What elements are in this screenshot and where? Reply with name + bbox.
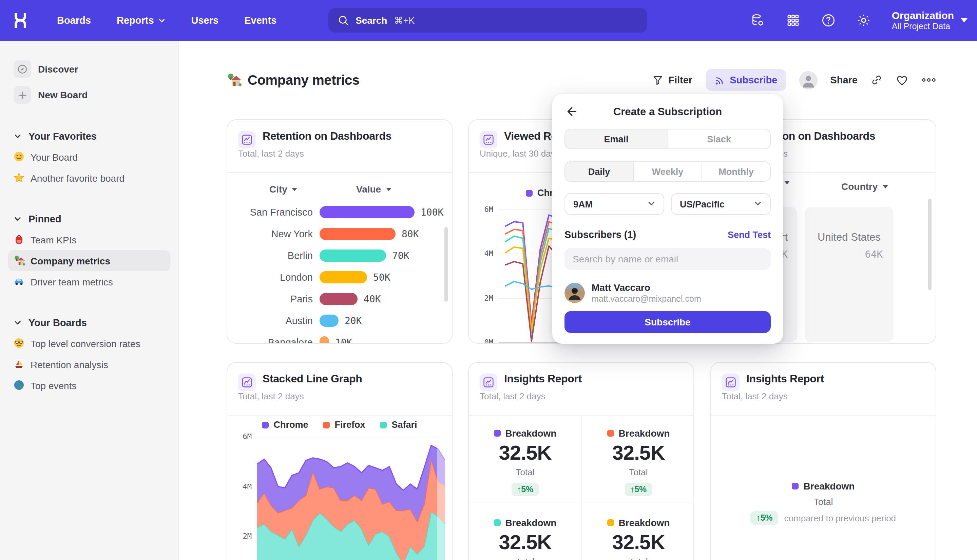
sidebar-item-team-kpis[interactable]: Team KPIs — [8, 229, 170, 250]
metric-caption: Total — [711, 497, 935, 507]
bar[interactable] — [319, 315, 339, 327]
subscribe-button[interactable]: Subscribe — [705, 69, 786, 91]
card-stacked-line-graph: Stacked Line Graph Total, last 2 days Ch… — [227, 362, 453, 560]
car-emoji — [13, 276, 25, 287]
apps-grid-icon[interactable] — [786, 13, 801, 28]
settings-icon[interactable] — [857, 13, 872, 28]
card-retention-on-dashboards: Retention on Dashboards Total, last 2 da… — [227, 119, 453, 344]
backpack-emoji — [13, 234, 25, 245]
filter-button[interactable]: Filter — [652, 74, 692, 86]
country-tile-united-states[interactable]: United States 64K — [805, 207, 893, 342]
tab-email[interactable]: Email — [565, 130, 667, 148]
sidebar-item-top-events[interactable]: Top events — [8, 375, 170, 396]
card-subtitle: Total, last 2 days — [238, 148, 441, 158]
sidebar: Discover New Board Your FavoritesYour Bo… — [0, 41, 179, 560]
card-title: Stacked Line Graph — [262, 373, 441, 385]
scrollbar-thumb[interactable] — [444, 227, 448, 302]
sidebar-item-company-metrics[interactable]: Company metrics — [8, 250, 170, 271]
metric-tile-3[interactable]: Breakdown32.5KTotal↑5% — [469, 517, 581, 560]
primary-nav-links: BoardsReportsUsersEvents — [57, 15, 277, 26]
favorite-heart-icon[interactable] — [895, 73, 909, 87]
delta-badge: ↑5% — [751, 511, 778, 525]
bar[interactable] — [319, 206, 414, 218]
metric-caption: Total — [582, 467, 694, 477]
nav-link-reports[interactable]: Reports — [117, 15, 165, 26]
send-test-link[interactable]: Send Test — [728, 230, 771, 240]
metric-value: 32.5K — [469, 442, 581, 464]
subscribers-row: Subscribers (1) Send Test — [564, 229, 771, 240]
bar-row-bangalore: Bangalore10K — [227, 332, 452, 344]
sidebar-section-pinned: PinnedTeam KPIsCompany metricsDriver tea… — [8, 209, 170, 292]
nav-link-boards[interactable]: Boards — [57, 15, 91, 26]
sidebar-item-another-favorite-board[interactable]: Another favorite board — [8, 167, 170, 188]
sidebar-item-top-level-conversion-rates[interactable]: Top level conversion rates — [8, 333, 170, 354]
delta-note: compared to previous period — [784, 513, 896, 523]
modal-subscribe-button[interactable]: Subscribe — [564, 311, 771, 333]
delta-badge: ↑5% — [625, 483, 652, 496]
subscriber-search-field[interactable] — [573, 253, 763, 264]
sort-arrow-icon — [292, 187, 297, 191]
timezone-select[interactable]: US/Pacific — [671, 193, 771, 215]
share-button[interactable]: Share — [830, 75, 858, 85]
tab-daily[interactable]: Daily — [565, 162, 633, 181]
section-title: Pinned — [28, 213, 62, 224]
column-sort-country[interactable]: Country — [841, 181, 888, 192]
subscriber-search-input[interactable] — [564, 248, 771, 270]
help-icon[interactable] — [821, 13, 836, 28]
metric-value: 32.5K — [582, 442, 694, 464]
bar-row-austin: Austin20K — [227, 310, 452, 332]
more-options-icon[interactable] — [921, 74, 936, 86]
bar-value: 70K — [392, 250, 409, 261]
back-arrow-icon[interactable] — [564, 105, 578, 118]
time-select[interactable]: 9AM — [564, 193, 664, 215]
metric-tile-4[interactable]: Breakdown32.5KTotal↑5% — [582, 517, 694, 560]
sidebar-section-header-your-boards[interactable]: Your Boards — [8, 313, 170, 333]
schedule-row: 9AM US/Pacific — [564, 193, 771, 215]
bar[interactable] — [319, 228, 396, 240]
bar-city-label: New York — [227, 228, 313, 239]
house-emoji — [227, 73, 242, 87]
user-avatar[interactable] — [799, 71, 817, 89]
bar[interactable] — [319, 271, 367, 283]
nav-link-users[interactable]: Users — [191, 15, 219, 26]
data-management-icon[interactable] — [751, 13, 766, 28]
mixpanel-logo[interactable] — [0, 12, 41, 29]
global-search-input[interactable]: Search ⌘+K — [328, 8, 647, 33]
metric-legend: Breakdown — [582, 517, 694, 528]
subscriber-list-item[interactable]: Matt Vaccaro matt.vaccaro@mixpanel.com — [564, 282, 771, 304]
tab-weekly[interactable]: Weekly — [633, 162, 701, 181]
nav-link-events[interactable]: Events — [244, 15, 277, 26]
bar-city-label: Paris — [227, 293, 313, 304]
bar[interactable] — [319, 336, 329, 344]
metric-tile-1[interactable]: Breakdown32.5KTotal↑5% — [469, 428, 581, 496]
sidebar-section-header-your-favorites[interactable]: Your Favorites — [8, 126, 170, 147]
sidebar-item-driver-team-metrics[interactable]: Driver team metrics — [8, 271, 170, 292]
chevron-down-icon — [13, 318, 22, 327]
sidebar-section-header-pinned[interactable]: Pinned — [8, 209, 170, 229]
sidebar-item-your-board[interactable]: Your Board — [8, 147, 170, 167]
sidebar-item-label: Team KPIs — [30, 234, 76, 245]
column-sort-hidden[interactable] — [784, 181, 790, 184]
sidebar-item-new-board[interactable]: New Board — [8, 84, 170, 106]
bar-row-berlin: Berlin70K — [227, 245, 452, 267]
line-chart-icon — [238, 373, 256, 391]
chevron-down-icon — [158, 17, 165, 24]
sidebar-item-label: Another favorite board — [30, 173, 125, 183]
bar-value: 20K — [345, 315, 362, 326]
copy-link-icon[interactable] — [870, 74, 883, 86]
smiley-emoji — [13, 151, 25, 163]
sidebar-item-discover[interactable]: Discover — [8, 58, 170, 80]
bar[interactable] — [319, 250, 386, 262]
metric-value: 32.5K — [582, 531, 694, 554]
tab-monthly[interactable]: Monthly — [701, 162, 770, 181]
scrollbar-thumb[interactable] — [928, 198, 932, 290]
metric-tile-2[interactable]: Breakdown32.5KTotal↑5% — [582, 428, 694, 496]
sidebar-item-retention-analysis[interactable]: Retention analysis — [8, 354, 170, 375]
column-sort-value[interactable]: Value — [356, 184, 391, 195]
delta-badge: ↑5% — [511, 483, 539, 496]
bar[interactable] — [319, 293, 357, 305]
card-header: Insights Report Total, last 2 days — [469, 363, 693, 416]
column-sort-city[interactable]: City — [269, 184, 297, 195]
tab-slack[interactable]: Slack — [667, 130, 770, 148]
org-project-switcher[interactable]: Organization All Project Data — [892, 9, 967, 32]
